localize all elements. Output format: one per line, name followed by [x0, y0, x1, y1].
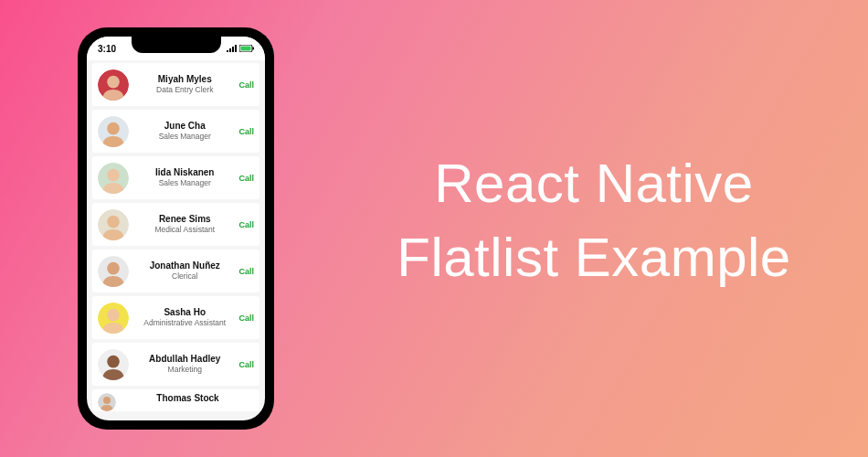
phone-screen: 3:10 Miyah Myles Data Entry Clerk Call: [87, 37, 265, 420]
contact-role: Medical Assistant: [134, 225, 235, 234]
list-item[interactable]: June Cha Sales Manager Call: [92, 110, 259, 153]
list-item[interactable]: Abdullah Hadley Marketing Call: [92, 343, 259, 386]
svg-point-8: [107, 75, 120, 88]
contact-role: Marketing: [134, 365, 235, 374]
contact-name: Miyah Myles: [134, 74, 235, 85]
contact-role: Data Entry Clerk: [134, 85, 235, 94]
phone-notch: [132, 37, 221, 53]
contact-role: Administrative Assistant: [134, 318, 235, 327]
contact-role: Sales Manager: [134, 178, 235, 187]
contact-info: Abdullah Hadley Marketing: [134, 354, 235, 374]
contact-list[interactable]: Miyah Myles Data Entry Clerk Call June C…: [87, 60, 265, 414]
contact-info: June Cha Sales Manager: [134, 121, 235, 141]
call-button[interactable]: Call: [235, 267, 254, 276]
avatar: [98, 209, 129, 240]
list-item[interactable]: Jonathan Nuñez Clerical Call: [92, 250, 259, 292]
svg-point-14: [107, 215, 120, 228]
contact-info: Renee Sims Medical Assistant: [134, 214, 235, 234]
avatar: [98, 349, 129, 380]
svg-rect-2: [232, 47, 234, 52]
svg-point-16: [107, 261, 120, 274]
call-button[interactable]: Call: [235, 314, 254, 323]
svg-rect-5: [241, 46, 251, 50]
svg-point-20: [107, 355, 120, 367]
svg-rect-6: [253, 47, 255, 49]
page-title: React NativeFlatlist Example: [347, 146, 841, 294]
call-button[interactable]: Call: [235, 80, 254, 90]
avatar: [98, 303, 129, 334]
svg-rect-3: [235, 45, 237, 52]
contact-name: Jonathan Nuñez: [134, 260, 235, 271]
call-button[interactable]: Call: [235, 174, 254, 183]
contact-name: Thomas Stock: [122, 393, 254, 404]
avatar: [98, 256, 129, 287]
battery-icon: [239, 44, 254, 54]
list-item[interactable]: Iida Niskanen Sales Manager Call: [92, 156, 259, 199]
contact-info: Thomas Stock: [122, 393, 254, 404]
contact-name: Abdullah Hadley: [134, 354, 235, 365]
list-item[interactable]: Miyah Myles Data Entry Clerk Call: [92, 63, 259, 106]
contact-role: Clerical: [134, 271, 235, 281]
avatar: [98, 393, 116, 411]
contact-info: Miyah Myles Data Entry Clerk: [134, 74, 235, 94]
svg-point-10: [107, 122, 120, 134]
call-button[interactable]: Call: [235, 360, 254, 369]
contact-name: June Cha: [134, 121, 235, 132]
phone-frame: 3:10 Miyah Myles Data Entry Clerk Call: [78, 27, 274, 430]
list-item[interactable]: Sasha Ho Administrative Assistant Call: [92, 296, 259, 339]
svg-rect-0: [227, 50, 228, 52]
svg-point-12: [107, 168, 120, 181]
call-button[interactable]: Call: [235, 220, 254, 229]
signal-icon: [227, 44, 237, 54]
contact-info: Jonathan Nuñez Clerical: [134, 260, 235, 281]
svg-point-18: [107, 308, 120, 321]
avatar: [98, 116, 129, 147]
contact-name: Sasha Ho: [134, 307, 235, 318]
contact-name: Renee Sims: [134, 214, 235, 225]
contact-role: Sales Manager: [134, 132, 235, 141]
contact-info: Sasha Ho Administrative Assistant: [134, 307, 235, 327]
list-item[interactable]: Thomas Stock: [92, 389, 259, 411]
list-item[interactable]: Renee Sims Medical Assistant Call: [92, 203, 259, 246]
svg-rect-1: [229, 48, 231, 52]
avatar: [98, 69, 129, 101]
contact-name: Iida Niskanen: [134, 167, 235, 178]
svg-point-22: [103, 397, 111, 404]
call-button[interactable]: Call: [235, 127, 254, 136]
contact-info: Iida Niskanen Sales Manager: [134, 167, 235, 187]
avatar: [98, 163, 129, 194]
status-time: 3:10: [98, 44, 116, 54]
